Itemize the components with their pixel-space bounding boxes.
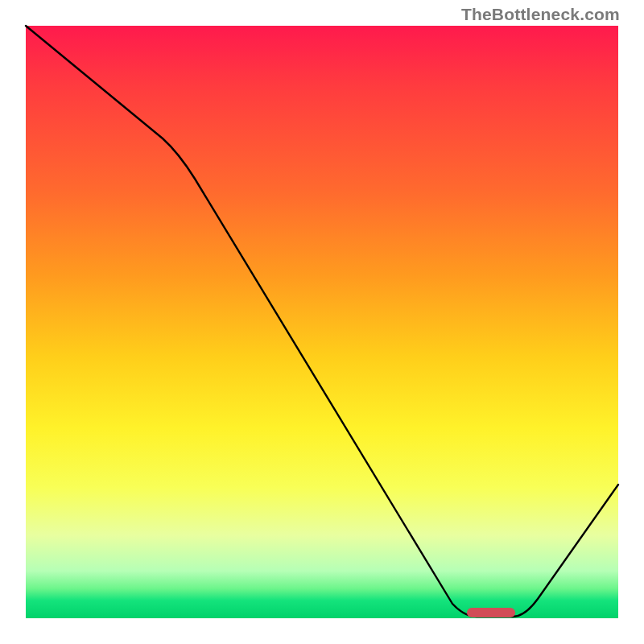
- optimal-range-marker: [467, 608, 515, 617]
- bottleneck-curve: [26, 26, 618, 618]
- watermark-text: TheBottleneck.com: [461, 5, 620, 24]
- chart-canvas: TheBottleneck.com: [0, 0, 644, 644]
- curve-path: [26, 26, 618, 617]
- plot-area: [26, 26, 618, 618]
